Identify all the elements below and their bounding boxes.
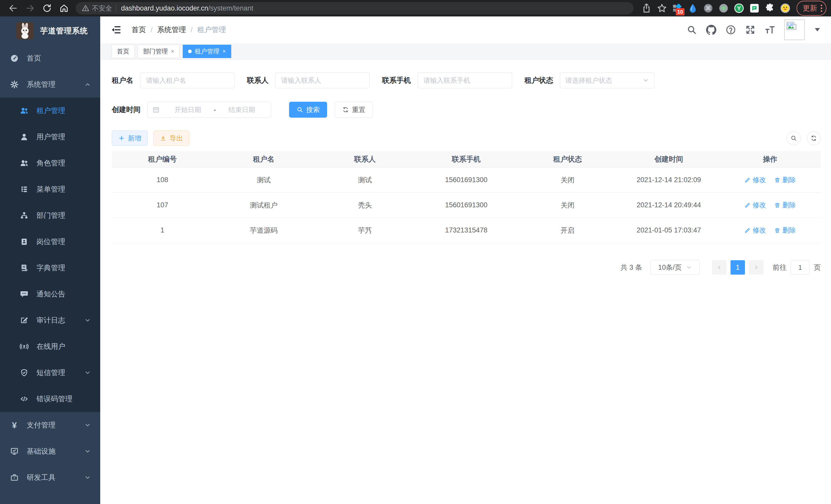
breadcrumb-separator: / (150, 26, 153, 34)
extension-diamond-icon[interactable]: 10 (672, 3, 683, 13)
sidebar-item-devtools[interactable]: 研发工具 (0, 465, 100, 491)
extension-emoji-icon[interactable] (780, 3, 791, 13)
app-frame: 芋道管理系统 首页 系统管理 (0, 17, 831, 504)
contact-input[interactable] (275, 72, 370, 88)
extension-y-icon[interactable]: Y (734, 3, 744, 13)
tenant-table: 租户编号 租户名 联系人 联系手机 租户状态 创建时间 操作 108 测试 测试… (112, 151, 821, 243)
search-icon[interactable] (687, 25, 697, 35)
delete-link[interactable]: 删除 (774, 201, 796, 210)
tab-dept[interactable]: 部门管理 × (138, 45, 180, 58)
browser-menu-icon[interactable] (821, 5, 822, 12)
sidebar-item-user[interactable]: 用户管理 (0, 124, 100, 150)
edit-link[interactable]: 修改 (744, 226, 766, 235)
browser-home-icon[interactable] (59, 3, 69, 13)
browser-forward-icon[interactable] (25, 3, 35, 13)
sidebar-item-online-users[interactable]: 在线用户 (0, 333, 100, 360)
svg-text:Y: Y (737, 5, 741, 11)
browser-update-button[interactable]: 更新 (797, 1, 826, 16)
sidebar-item-error-code[interactable]: 错误码管理 (0, 386, 100, 412)
sidebar-item-home[interactable]: 首页 (0, 45, 100, 71)
sidebar-item-post[interactable]: 岗位管理 (0, 229, 100, 255)
close-icon[interactable]: × (171, 49, 174, 54)
url-host: dashboard.yudao.iocoder.cn (121, 4, 208, 12)
tab-home[interactable]: 首页 (112, 45, 135, 58)
extension-record-icon[interactable] (718, 3, 729, 13)
next-page-button[interactable] (749, 260, 764, 275)
sidebar-item-system[interactable]: 系统管理 (0, 71, 100, 98)
date-range-picker[interactable]: 开始日期 - 结束日期 (147, 102, 271, 118)
goto-page-input[interactable] (791, 260, 810, 275)
extension-puzzle-icon[interactable] (765, 3, 775, 13)
cell-contact: 秃头 (314, 192, 416, 217)
close-icon[interactable]: × (223, 49, 226, 54)
page-size-select[interactable]: 10条/页 (650, 260, 700, 275)
bookmark-star-icon[interactable] (657, 3, 667, 13)
sidebar-item-label: 短信管理 (36, 368, 65, 378)
sidebar-item-sms[interactable]: 短信管理 (0, 360, 100, 386)
breadcrumb-system[interactable]: 系统管理 (157, 25, 186, 35)
extension-badge: 10 (676, 8, 685, 16)
code-icon (20, 394, 29, 404)
delete-label: 删除 (782, 201, 796, 210)
user-icon (20, 132, 29, 142)
prev-page-button[interactable] (712, 260, 726, 275)
delete-link[interactable]: 删除 (774, 175, 796, 184)
mobile-input[interactable] (418, 72, 512, 88)
page-size-value: 10条/页 (658, 263, 682, 272)
address-bar[interactable]: 不安全 dashboard.yudao.iocoder.cn/system/te… (76, 2, 634, 14)
sidebar-collapse-icon[interactable] (111, 25, 121, 35)
delete-link[interactable]: 删除 (774, 226, 796, 235)
search-button[interactable]: 搜索 (289, 102, 327, 118)
tenant-name-input[interactable] (140, 72, 235, 88)
sidebar-item-menu[interactable]: 菜单管理 (0, 176, 100, 202)
sidebar-item-role[interactable]: 角色管理 (0, 150, 100, 176)
tab-tenant[interactable]: 租户管理 × (183, 45, 231, 58)
monitor-icon (10, 447, 19, 456)
share-icon[interactable] (641, 3, 652, 13)
sidebar-logo-row[interactable]: 芋道管理系统 (0, 17, 100, 45)
sidebar-item-notice[interactable]: 通知公告 (0, 281, 100, 307)
sidebar-item-dept[interactable]: 部门管理 (0, 202, 100, 229)
app-title: 芋道管理系统 (40, 26, 88, 36)
cell-create-time: 2021-12-14 20:49:44 (618, 192, 719, 217)
status-select[interactable]: 请选择租户状态 (560, 72, 655, 88)
extension-command-icon[interactable]: ⌘ (703, 3, 713, 13)
page-unit-label: 页 (814, 263, 821, 272)
cell-create-time: 2021-12-14 21:02:09 (618, 168, 719, 192)
search-button-label: 搜索 (306, 105, 320, 114)
export-button[interactable]: 导出 (153, 130, 190, 146)
url-path: /system/tenant (208, 4, 253, 12)
extension-chat-icon[interactable] (749, 3, 760, 13)
sidebar-item-label: 支付管理 (27, 420, 56, 430)
show-search-button[interactable] (787, 131, 801, 145)
sidebar-item-audit-log[interactable]: 审计日志 (0, 307, 100, 333)
sidebar-menu: 首页 系统管理 租户管理 (0, 45, 100, 504)
pagination: 共 3 条 10条/页 1 前往 页 (112, 260, 821, 275)
help-icon[interactable] (726, 25, 736, 35)
reset-button[interactable]: 重置 (335, 102, 373, 118)
edit-link[interactable]: 修改 (744, 175, 766, 184)
update-label: 更新 (803, 3, 817, 13)
refresh-table-button[interactable] (807, 131, 821, 145)
browser-back-icon[interactable] (8, 3, 18, 13)
cell-status: 关闭 (517, 168, 618, 192)
edit-link[interactable]: 修改 (744, 201, 766, 210)
font-size-icon[interactable] (765, 25, 775, 35)
extension-drop-icon[interactable] (688, 3, 698, 13)
sidebar-item-infra[interactable]: 基础设施 (0, 438, 100, 465)
col-header: 联系人 (314, 151, 416, 167)
browser-reload-icon[interactable] (42, 3, 52, 13)
fullscreen-icon[interactable] (745, 25, 755, 35)
github-icon[interactable] (706, 25, 716, 35)
sidebar-item-tenant[interactable]: 租户管理 (0, 98, 100, 124)
breadcrumb-home[interactable]: 首页 (132, 25, 146, 35)
sidebar-item-dict[interactable]: 字典管理 (0, 255, 100, 281)
security-warning-icon[interactable] (82, 4, 89, 12)
avatar[interactable] (784, 20, 805, 40)
date-separator: - (212, 106, 218, 114)
page-number-current[interactable]: 1 (730, 260, 745, 275)
screen: 不安全 dashboard.yudao.iocoder.cn/system/te… (0, 0, 831, 504)
add-button[interactable]: 新增 (112, 130, 148, 146)
avatar-caret-icon[interactable] (814, 27, 821, 32)
sidebar-item-pay[interactable]: ¥ 支付管理 (0, 412, 100, 438)
